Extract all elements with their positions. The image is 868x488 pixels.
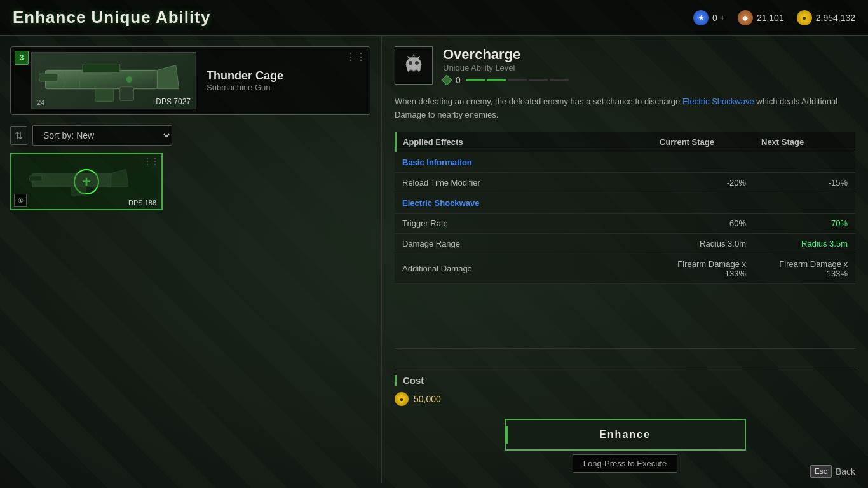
- trigger-rate-next: 70%: [754, 214, 855, 233]
- svg-rect-9: [32, 173, 111, 187]
- level-bar-5: [550, 79, 569, 81]
- resource-gold: ● 2,954,132: [797, 10, 855, 25]
- svg-point-8: [126, 76, 133, 83]
- reload-time-row: Reload Time Modifier -20% -15%: [395, 173, 855, 193]
- sort-bar: ⇅ Sort by: New: [10, 125, 370, 146]
- applied-effects-header: Applied Effects: [395, 132, 652, 152]
- level-number: 0: [456, 75, 461, 85]
- svg-point-14: [409, 61, 412, 65]
- enhance-button[interactable]: Enhance: [505, 419, 746, 451]
- inventory-dps: DPS 188: [128, 199, 156, 207]
- cost-coin-icon: ●: [395, 392, 409, 406]
- electric-shockwave-link[interactable]: Electric Shockwave: [682, 97, 754, 106]
- weapon-dps: DPS 7027: [156, 97, 191, 106]
- level-bars: [466, 79, 569, 81]
- gold-resource-value: 2,954,132: [816, 13, 855, 23]
- cost-section: Cost ● 50,000: [395, 367, 855, 406]
- level-bar-3: [508, 79, 527, 81]
- cost-title: Cost: [395, 375, 855, 386]
- cost-amount: 50,000: [414, 394, 441, 404]
- back-label: Back: [836, 466, 855, 477]
- ability-icon: [395, 46, 433, 85]
- back-button-area[interactable]: Esc Back: [810, 465, 855, 478]
- electric-shockwave-label: Electric Shockwave: [395, 193, 855, 214]
- effects-section: Applied Effects Current Stage Next Stage…: [395, 132, 855, 341]
- additional-damage-next: Firearm Damage x 133%: [754, 254, 855, 283]
- additional-damage-name: Additional Damage: [395, 259, 652, 278]
- svg-rect-4: [120, 87, 134, 101]
- long-press-label: Long-Press to Execute: [573, 454, 678, 473]
- damage-range-name: Damage Range: [395, 234, 652, 254]
- left-panel: 3: [0, 36, 381, 483]
- ability-icon-svg: [401, 53, 426, 78]
- enhance-area: Enhance Long-Press to Execute: [395, 419, 855, 473]
- ability-level-row: 0: [443, 75, 855, 85]
- inv-dps-label: DPS: [128, 199, 143, 207]
- inventory-item[interactable]: + ① DPS 188 ⋮⋮: [10, 153, 163, 210]
- weapon-level-badge: 3: [15, 51, 29, 65]
- cost-row: ● 50,000: [395, 392, 855, 406]
- effects-header: Applied Effects Current Stage Next Stage: [395, 132, 855, 152]
- trigger-rate-name: Trigger Rate: [395, 214, 652, 233]
- header: Enhance Unique Ability ★ 0 + ◆ 21,101 ● …: [0, 0, 868, 36]
- right-panel: Overcharge Unique Ability Level 0: [382, 36, 868, 483]
- inventory-grid-icon: ⋮⋮: [144, 157, 159, 166]
- inventory-weapon-bg: [23, 159, 150, 204]
- svg-marker-18: [412, 54, 415, 57]
- weapon-image: DPS 7027 24: [31, 52, 196, 109]
- weapon-dps-value: 7027: [173, 97, 191, 106]
- weapon-card: 3: [10, 46, 370, 115]
- trigger-rate-current: 60%: [652, 214, 754, 233]
- damage-range-current: Radius 3.0m: [652, 234, 754, 254]
- effects-body: Basic Information Reload Time Modifier -…: [395, 152, 855, 284]
- ability-description: When defeating an enemy, the defeated en…: [395, 95, 855, 122]
- resource-blue: ★ 0 +: [693, 10, 725, 25]
- weapon-dps-label: DPS: [156, 97, 172, 106]
- esc-key: Esc: [810, 465, 832, 478]
- next-stage-header: Next Stage: [754, 132, 855, 152]
- level-diamond: [442, 75, 452, 86]
- svg-marker-10: [111, 170, 128, 187]
- svg-rect-5: [83, 64, 120, 73]
- desc-text-before: When defeating an enemy, the defeated en…: [395, 97, 680, 106]
- reload-time-name: Reload Time Modifier: [395, 173, 652, 193]
- sort-select[interactable]: Sort by: New: [32, 125, 172, 146]
- weapon-info: Thunder Cage Submachine Gun: [196, 64, 294, 97]
- blue-resource-icon: ★: [693, 10, 709, 25]
- ability-info: Overcharge Unique Ability Level 0: [443, 46, 855, 85]
- level-bar-1: [466, 79, 485, 81]
- svg-rect-12: [72, 187, 86, 196]
- weapon-char-level: 24: [37, 98, 44, 106]
- resource-bar: ★ 0 + ◆ 21,101 ● 2,954,132: [693, 10, 855, 25]
- level-bar-4: [529, 79, 548, 81]
- inv-dps-value: 188: [145, 199, 156, 207]
- level-bar-2: [487, 79, 506, 81]
- brown-resource-icon: ◆: [738, 10, 753, 25]
- current-stage-header: Current Stage: [652, 132, 754, 152]
- sort-icon[interactable]: ⇅: [10, 126, 27, 145]
- weapon-type: Submachine Gun: [207, 83, 283, 92]
- svg-rect-2: [39, 74, 58, 81]
- reload-time-current: -20%: [652, 173, 754, 193]
- additional-damage-row: Additional Damage Firearm Damage x 133% …: [395, 254, 855, 284]
- trigger-rate-row: Trigger Rate 60% 70%: [395, 214, 855, 234]
- damage-range-row: Damage Range Radius 3.0m Radius 3.5m: [395, 234, 855, 254]
- weapon-name: Thunder Cage: [207, 69, 283, 83]
- additional-damage-current: Firearm Damage x 133%: [652, 254, 754, 283]
- svg-marker-1: [157, 65, 179, 89]
- damage-range-next: Radius 3.5m: [754, 234, 855, 254]
- svg-rect-11: [30, 176, 42, 182]
- cost-divider: [395, 348, 855, 349]
- page-title: Enhance Unique Ability: [13, 8, 210, 27]
- reload-time-next: -15%: [754, 173, 855, 193]
- basic-info-label: Basic Information: [395, 152, 855, 173]
- resource-brown: ◆ 21,101: [738, 10, 784, 25]
- ability-name: Overcharge: [443, 46, 855, 63]
- gold-resource-icon: ●: [797, 10, 812, 25]
- ability-header: Overcharge Unique Ability Level 0: [395, 46, 855, 85]
- blue-resource-value: 0 +: [712, 13, 725, 23]
- inventory-level-badge: ①: [14, 194, 27, 207]
- svg-rect-3: [95, 89, 114, 102]
- brown-resource-value: 21,101: [757, 13, 784, 23]
- ability-level-label: Unique Ability Level: [443, 63, 855, 72]
